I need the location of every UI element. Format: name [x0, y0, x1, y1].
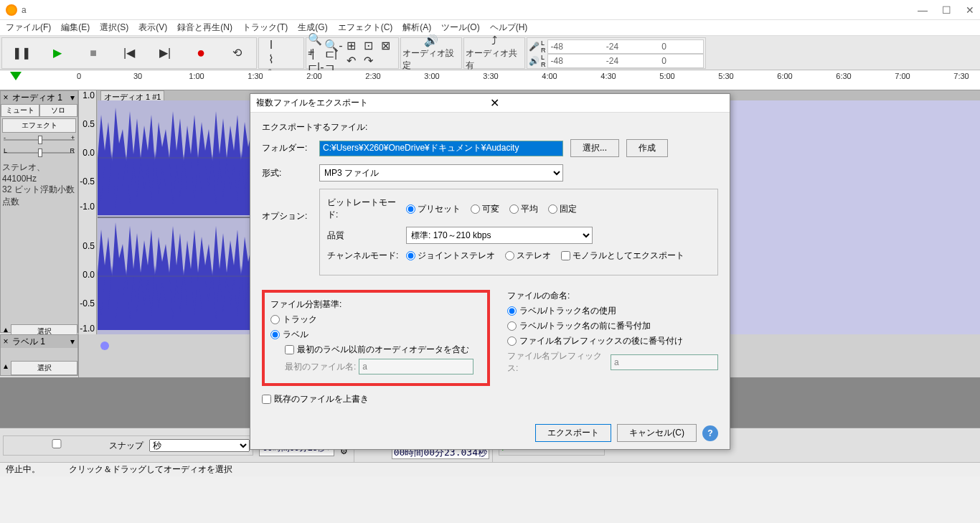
first-file-label: 最初のファイル名:	[285, 361, 356, 373]
include-before-checkbox[interactable]: 最初のラベル以前のオーディオデータを含む	[285, 344, 481, 356]
selection-tool-icon[interactable]: I	[260, 38, 282, 52]
channel-joint-radio[interactable]: ジョイントステレオ	[406, 250, 495, 262]
export-button[interactable]: エクスポート	[535, 424, 611, 442]
undo-icon[interactable]: ↶	[342, 53, 359, 67]
naming-number-before-radio[interactable]: ラベル/トラック名の前に番号付加	[507, 320, 718, 332]
bitrate-average-radio[interactable]: 平均	[509, 203, 538, 215]
prefix-input[interactable]	[611, 354, 718, 370]
speaker-icon[interactable]: 🔊	[529, 56, 540, 66]
bitrate-preset-radio[interactable]: プリセット	[406, 203, 461, 215]
quality-select[interactable]: 標準: 170～210 kbps	[406, 227, 593, 244]
help-button[interactable]: ?	[702, 425, 718, 441]
menu-select[interactable]: 選択(S)	[97, 20, 131, 35]
status-text: 停止中。	[6, 463, 40, 476]
label-track-menu-button[interactable]: ▾	[67, 336, 77, 347]
dialog-close-button[interactable]: ✕	[490, 96, 724, 110]
trim-icon[interactable]: -|⊏|-	[308, 53, 325, 67]
record-meter[interactable]: -48 -24 0	[547, 39, 705, 54]
gain-slider[interactable]: -+	[4, 134, 75, 146]
audio-share-button[interactable]: ⤴ オーディオ共有	[466, 40, 523, 66]
stop-button[interactable]: ■	[75, 40, 111, 66]
channel-label: チャンネルモード:	[327, 250, 399, 262]
close-button[interactable]: ✕	[966, 4, 974, 16]
quality-label: 品質	[327, 230, 399, 242]
maximize-button[interactable]: ☐	[942, 4, 951, 16]
record-button[interactable]: ●	[183, 40, 219, 66]
naming-title: ファイルの命名:	[507, 290, 718, 302]
format-select[interactable]: MP3 ファイル	[319, 164, 563, 182]
silence-icon[interactable]: ⊏|⊐	[325, 53, 342, 67]
split-tracks-radio[interactable]: トラック	[270, 314, 481, 326]
track-close-button[interactable]: ×	[1, 93, 11, 103]
play-meter[interactable]: -48 -24 0	[547, 54, 705, 68]
zoom-toggle-icon[interactable]: ⊠	[377, 38, 394, 52]
bitrate-constant-radio[interactable]: 固定	[548, 203, 577, 215]
statusbar: 停止中。 クリック＆ドラッグしてオーディオを選択	[0, 462, 980, 476]
label-track-close-button[interactable]: ×	[1, 336, 11, 347]
cancel-button[interactable]: キャンセル(C)	[617, 424, 697, 442]
menu-edit[interactable]: 編集(E)	[58, 20, 93, 35]
menubar: ファイル(F) 編集(E) 選択(S) 表示(V) 録音と再生(N) トラック(…	[0, 20, 980, 36]
label-track-collapse-button[interactable]: ▴	[1, 361, 11, 375]
options-label: オプション:	[262, 189, 312, 222]
effects-button[interactable]: エフェクト	[2, 118, 76, 133]
folder-input[interactable]	[319, 141, 563, 156]
menu-transport[interactable]: 録音と再生(N)	[174, 20, 235, 35]
minimize-button[interactable]: —	[918, 4, 928, 16]
solo-button[interactable]: ソロ	[39, 104, 78, 117]
fit-selection-icon[interactable]: ⊞	[342, 38, 359, 52]
bitrate-variable-radio[interactable]: 可変	[471, 203, 499, 215]
mute-button[interactable]: ミュート	[1, 104, 39, 117]
envelope-tool-icon[interactable]: ⌇	[260, 52, 282, 67]
channel-stereo-radio[interactable]: ステレオ	[505, 250, 551, 262]
split-title: ファイル分割基準:	[270, 298, 481, 311]
menu-view[interactable]: 表示(V)	[136, 20, 170, 35]
play-button[interactable]: ▶	[39, 40, 75, 66]
timeline-ruler[interactable]: 0301:001:302:002:303:003:304:004:305:005…	[0, 70, 980, 90]
mic-icon[interactable]: 🎤	[529, 42, 540, 52]
snap-checkbox[interactable]: スナップ	[6, 439, 143, 452]
split-labels-radio[interactable]: ラベル	[270, 329, 481, 341]
fit-project-icon[interactable]: ⊡	[359, 38, 377, 52]
label-track-name[interactable]: ラベル 1	[11, 336, 67, 348]
bitrate-label: ビットレートモード:	[327, 197, 399, 221]
skip-start-button[interactable]: |◀	[111, 40, 147, 66]
label-marker[interactable]	[100, 341, 109, 350]
naming-prefix-radio[interactable]: ファイル名プレフィックスの後に番号付け	[507, 335, 718, 347]
pause-button[interactable]: ❚❚	[4, 40, 39, 66]
create-folder-button[interactable]: 作成	[626, 139, 668, 157]
menu-file[interactable]: ファイル(F)	[3, 20, 54, 35]
prefix-label: ファイル名プレフィックス:	[507, 350, 608, 374]
track-info: ステレオ、44100Hz32 ビット浮動小数点数	[1, 160, 77, 209]
window-titlebar: a — ☐ ✕	[0, 0, 980, 20]
app-icon	[6, 4, 17, 16]
overwrite-checkbox[interactable]: 既存のファイルを上書き	[262, 393, 718, 405]
snap-unit-select[interactable]: 秒	[149, 439, 250, 452]
browse-button[interactable]: 選択...	[570, 139, 619, 157]
dialog-title: 複数ファイルをエクスポート	[256, 97, 490, 109]
toolbar: ❚❚ ▶ ■ |◀ ▶| ● ⟲ I ⌇ ✎ ✻ 🔍+ 🔍- ⊞ ⊡ ⊠ -|⊏…	[0, 36, 980, 70]
menu-help[interactable]: ヘルプ(H)	[487, 20, 531, 35]
channel-mono-checkbox[interactable]: モノラルとしてエクスポート	[561, 250, 684, 262]
skip-end-button[interactable]: ▶|	[147, 40, 183, 66]
redo-icon[interactable]: ↷	[359, 53, 377, 67]
track-menu-button[interactable]: ▾	[67, 93, 77, 103]
naming-use-radio[interactable]: ラベル/トラック名の使用	[507, 305, 718, 317]
menu-effect[interactable]: エフェクト(C)	[335, 20, 396, 35]
amplitude-scale: 1.0 0.5 0.0 -0.5 -1.0 0.5 0.0 -0.5 -1.0	[79, 90, 97, 334]
audio-settings-button[interactable]: 🔊 オーディオ設定	[402, 40, 460, 66]
playhead-icon[interactable]	[10, 72, 22, 80]
pan-slider[interactable]: LR	[4, 147, 75, 159]
window-title: a	[22, 5, 918, 15]
first-file-input[interactable]	[359, 359, 473, 374]
folder-label: フォルダー:	[262, 142, 312, 154]
loop-button[interactable]: ⟲	[219, 40, 255, 66]
track-name[interactable]: オーディオ 1	[11, 92, 67, 104]
export-files-label: エクスポートするファイル:	[262, 121, 718, 133]
label-track-select-button[interactable]: 選択	[11, 361, 77, 375]
format-label: 形式:	[262, 167, 312, 179]
menu-tracks[interactable]: トラック(T)	[240, 20, 291, 35]
menu-tools[interactable]: ツール(O)	[438, 20, 482, 35]
menu-analyze[interactable]: 解析(A)	[400, 20, 434, 35]
status-hint: クリック＆ドラッグしてオーディオを選択	[69, 463, 232, 476]
